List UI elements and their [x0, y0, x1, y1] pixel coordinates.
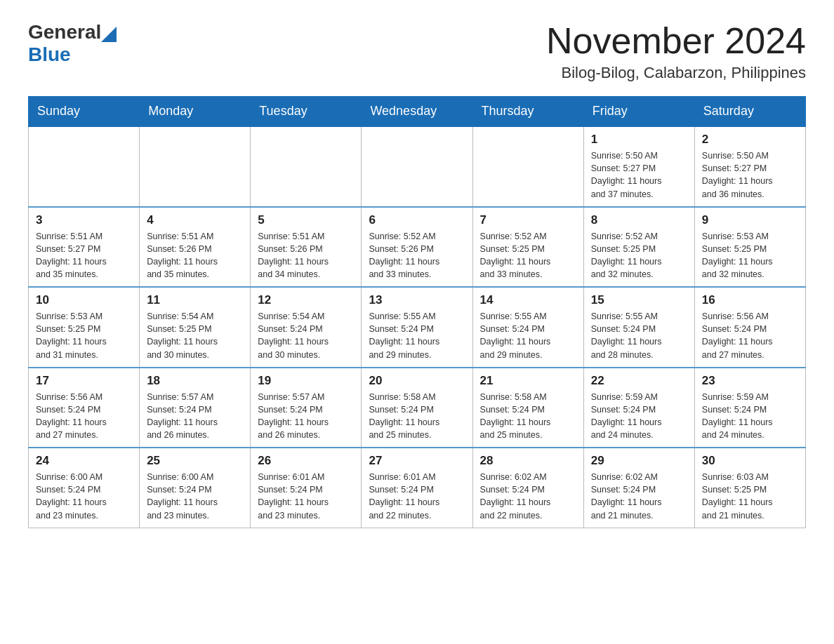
- day-number: 15: [591, 293, 687, 307]
- day-number: 2: [702, 133, 798, 147]
- day-number: 5: [258, 213, 354, 227]
- day-info: Sunrise: 5:54 AM Sunset: 5:24 PM Dayligh…: [258, 310, 354, 361]
- day-number: 9: [702, 213, 798, 227]
- calendar-day-24: 24Sunrise: 6:00 AM Sunset: 5:24 PM Dayli…: [29, 448, 140, 528]
- day-info: Sunrise: 5:52 AM Sunset: 5:25 PM Dayligh…: [591, 230, 687, 281]
- day-info: Sunrise: 6:00 AM Sunset: 5:24 PM Dayligh…: [36, 471, 132, 522]
- empty-cell: [472, 126, 583, 207]
- day-number: 6: [369, 213, 465, 227]
- calendar-week-2: 3Sunrise: 5:51 AM Sunset: 5:27 PM Daylig…: [29, 207, 806, 288]
- calendar-day-5: 5Sunrise: 5:51 AM Sunset: 5:26 PM Daylig…: [251, 207, 362, 288]
- calendar-day-8: 8Sunrise: 5:52 AM Sunset: 5:25 PM Daylig…: [583, 207, 694, 288]
- day-info: Sunrise: 5:52 AM Sunset: 5:26 PM Dayligh…: [369, 230, 465, 281]
- weekday-header-wednesday: Wednesday: [362, 97, 472, 127]
- day-number: 20: [369, 374, 465, 388]
- day-info: Sunrise: 5:59 AM Sunset: 5:24 PM Dayligh…: [702, 391, 798, 442]
- day-number: 27: [369, 454, 465, 468]
- weekday-header-monday: Monday: [140, 97, 251, 127]
- day-info: Sunrise: 6:01 AM Sunset: 5:24 PM Dayligh…: [369, 471, 465, 522]
- day-number: 8: [591, 213, 687, 227]
- day-info: Sunrise: 5:51 AM Sunset: 5:26 PM Dayligh…: [147, 230, 243, 281]
- calendar-day-7: 7Sunrise: 5:52 AM Sunset: 5:25 PM Daylig…: [472, 207, 583, 288]
- calendar-table: SundayMondayTuesdayWednesdayThursdayFrid…: [28, 96, 806, 528]
- calendar-day-27: 27Sunrise: 6:01 AM Sunset: 5:24 PM Dayli…: [362, 448, 472, 528]
- day-number: 11: [147, 293, 243, 307]
- day-info: Sunrise: 5:57 AM Sunset: 5:24 PM Dayligh…: [147, 391, 243, 442]
- day-number: 4: [147, 213, 243, 227]
- day-number: 17: [36, 374, 132, 388]
- day-info: Sunrise: 6:02 AM Sunset: 5:24 PM Dayligh…: [591, 471, 687, 522]
- calendar-day-23: 23Sunrise: 5:59 AM Sunset: 5:24 PM Dayli…: [694, 368, 805, 448]
- weekday-header-sunday: Sunday: [29, 97, 140, 127]
- calendar-day-30: 30Sunrise: 6:03 AM Sunset: 5:25 PM Dayli…: [694, 448, 805, 528]
- month-title: November 2024: [546, 21, 806, 61]
- calendar-day-29: 29Sunrise: 6:02 AM Sunset: 5:24 PM Dayli…: [583, 448, 694, 528]
- calendar-week-4: 17Sunrise: 5:56 AM Sunset: 5:24 PM Dayli…: [29, 368, 806, 448]
- calendar-day-11: 11Sunrise: 5:54 AM Sunset: 5:25 PM Dayli…: [140, 287, 251, 368]
- day-info: Sunrise: 5:54 AM Sunset: 5:25 PM Dayligh…: [147, 310, 243, 361]
- calendar-day-20: 20Sunrise: 5:58 AM Sunset: 5:24 PM Dayli…: [362, 368, 472, 448]
- day-number: 16: [702, 293, 798, 307]
- calendar-day-17: 17Sunrise: 5:56 AM Sunset: 5:24 PM Dayli…: [29, 368, 140, 448]
- day-info: Sunrise: 5:55 AM Sunset: 5:24 PM Dayligh…: [369, 310, 465, 361]
- logo: General Blue: [28, 21, 117, 66]
- day-number: 18: [147, 374, 243, 388]
- day-info: Sunrise: 5:51 AM Sunset: 5:26 PM Dayligh…: [258, 230, 354, 281]
- day-number: 26: [258, 454, 354, 468]
- calendar-day-13: 13Sunrise: 5:55 AM Sunset: 5:24 PM Dayli…: [362, 287, 472, 368]
- weekday-header-saturday: Saturday: [694, 97, 805, 127]
- day-info: Sunrise: 6:03 AM Sunset: 5:25 PM Dayligh…: [702, 471, 798, 522]
- day-info: Sunrise: 5:58 AM Sunset: 5:24 PM Dayligh…: [480, 391, 576, 442]
- empty-cell: [362, 126, 472, 207]
- day-number: 29: [591, 454, 687, 468]
- calendar-day-3: 3Sunrise: 5:51 AM Sunset: 5:27 PM Daylig…: [29, 207, 140, 288]
- day-number: 23: [702, 374, 798, 388]
- weekday-header-friday: Friday: [583, 97, 694, 127]
- day-number: 28: [480, 454, 576, 468]
- calendar-day-1: 1Sunrise: 5:50 AM Sunset: 5:27 PM Daylig…: [583, 126, 694, 207]
- page-header: General Blue November 2024 Bilog-Bilog, …: [28, 21, 806, 82]
- day-number: 21: [480, 374, 576, 388]
- day-info: Sunrise: 5:50 AM Sunset: 5:27 PM Dayligh…: [702, 149, 798, 201]
- day-info: Sunrise: 5:57 AM Sunset: 5:24 PM Dayligh…: [258, 391, 354, 442]
- day-number: 22: [591, 374, 687, 388]
- day-number: 30: [702, 454, 798, 468]
- calendar-day-16: 16Sunrise: 5:56 AM Sunset: 5:24 PM Dayli…: [694, 287, 805, 368]
- day-info: Sunrise: 5:52 AM Sunset: 5:25 PM Dayligh…: [480, 230, 576, 281]
- calendar-day-15: 15Sunrise: 5:55 AM Sunset: 5:24 PM Dayli…: [583, 287, 694, 368]
- calendar-day-10: 10Sunrise: 5:53 AM Sunset: 5:25 PM Dayli…: [29, 287, 140, 368]
- calendar-day-12: 12Sunrise: 5:54 AM Sunset: 5:24 PM Dayli…: [251, 287, 362, 368]
- svg-marker-0: [101, 27, 117, 42]
- day-number: 25: [147, 454, 243, 468]
- logo-triangle-icon: [101, 22, 117, 42]
- calendar-week-3: 10Sunrise: 5:53 AM Sunset: 5:25 PM Dayli…: [29, 287, 806, 368]
- day-number: 3: [36, 213, 132, 227]
- day-number: 12: [258, 293, 354, 307]
- day-info: Sunrise: 5:58 AM Sunset: 5:24 PM Dayligh…: [369, 391, 465, 442]
- logo-blue-text: Blue: [28, 43, 71, 65]
- day-number: 13: [369, 293, 465, 307]
- day-number: 10: [36, 293, 132, 307]
- calendar-day-9: 9Sunrise: 5:53 AM Sunset: 5:25 PM Daylig…: [694, 207, 805, 288]
- weekday-header-row: SundayMondayTuesdayWednesdayThursdayFrid…: [29, 97, 806, 127]
- location-title: Bilog-Bilog, Calabarzon, Philippines: [546, 64, 806, 82]
- calendar-day-25: 25Sunrise: 6:00 AM Sunset: 5:24 PM Dayli…: [140, 448, 251, 528]
- empty-cell: [29, 126, 140, 207]
- day-info: Sunrise: 5:55 AM Sunset: 5:24 PM Dayligh…: [591, 310, 687, 361]
- calendar-day-22: 22Sunrise: 5:59 AM Sunset: 5:24 PM Dayli…: [583, 368, 694, 448]
- calendar-week-1: 1Sunrise: 5:50 AM Sunset: 5:27 PM Daylig…: [29, 126, 806, 207]
- calendar-day-2: 2Sunrise: 5:50 AM Sunset: 5:27 PM Daylig…: [694, 126, 805, 207]
- logo-block: General Blue: [28, 21, 117, 66]
- calendar-day-26: 26Sunrise: 6:01 AM Sunset: 5:24 PM Dayli…: [251, 448, 362, 528]
- day-info: Sunrise: 5:53 AM Sunset: 5:25 PM Dayligh…: [36, 310, 132, 361]
- day-number: 7: [480, 213, 576, 227]
- day-number: 24: [36, 454, 132, 468]
- day-info: Sunrise: 5:56 AM Sunset: 5:24 PM Dayligh…: [702, 310, 798, 361]
- day-info: Sunrise: 6:02 AM Sunset: 5:24 PM Dayligh…: [480, 471, 576, 522]
- day-info: Sunrise: 6:01 AM Sunset: 5:24 PM Dayligh…: [258, 471, 354, 522]
- logo-general-text: General: [28, 21, 101, 43]
- empty-cell: [140, 126, 251, 207]
- day-number: 1: [591, 133, 687, 147]
- calendar-day-21: 21Sunrise: 5:58 AM Sunset: 5:24 PM Dayli…: [472, 368, 583, 448]
- day-info: Sunrise: 5:53 AM Sunset: 5:25 PM Dayligh…: [702, 230, 798, 281]
